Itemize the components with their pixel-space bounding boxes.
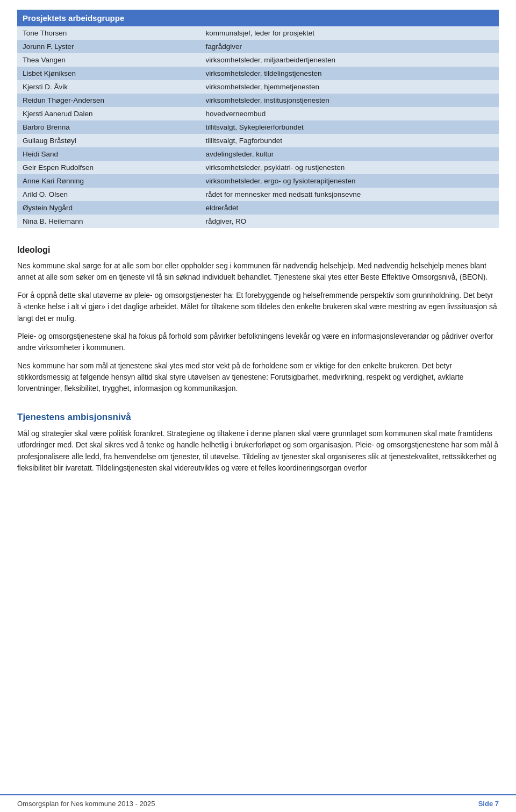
- table-row: Thea Vangenvirksomhetsleder, miljøarbeid…: [17, 53, 499, 67]
- table-row: Tone Thorsenkommunalsjef, leder for pros…: [17, 26, 499, 40]
- table-cell-role: tillitsvalgt, Fagforbundet: [200, 134, 499, 147]
- table-cell-name: Nina B. Heilemann: [17, 215, 200, 228]
- table-cell-name: Heidi Sand: [17, 147, 200, 161]
- table-cell-name: Øystein Nygård: [17, 201, 200, 215]
- ambisjonsniva-paragraphs: Mål og strategier skal være politisk for…: [17, 428, 499, 474]
- table-cell-name: Reidun Thøger-Andersen: [17, 94, 200, 107]
- table-row: Anne Kari Rønningvirksomhetsleder, ergo-…: [17, 174, 499, 188]
- table-cell-name: Lisbet Kjøniksen: [17, 67, 200, 80]
- table-row: Gullaug Bråstøyltillitsvalgt, Fagforbund…: [17, 134, 499, 147]
- ideologi-paragraph: Nes kommune skal sørge for at alle som b…: [17, 260, 499, 283]
- ideologi-heading: Ideologi: [17, 245, 499, 255]
- table-cell-role: virksomhetsleder, miljøarbeidertjenesten: [200, 53, 499, 67]
- table-cell-role: virksomhetsleder, institusjonstjenesten: [200, 94, 499, 107]
- table-row: Barbro Brennatillitsvalgt, Sykepleierfor…: [17, 120, 499, 134]
- table-row: Reidun Thøger-Andersenvirksomhetsleder, …: [17, 94, 499, 107]
- table-cell-name: Thea Vangen: [17, 53, 200, 67]
- ambisjonsniva-paragraph: Mål og strategier skal være politisk for…: [17, 428, 499, 474]
- table-header: Prosjektets arbeidsgruppe: [17, 10, 499, 26]
- table-cell-role: virksomhetsleder, tildelingstjenesten: [200, 67, 499, 80]
- table-row: Kjersti D. Åvikvirksomhetsleder, hjemmet…: [17, 80, 499, 94]
- ambisjonsniva-heading: Tjenestens ambisjonsnivå: [17, 412, 499, 423]
- table-cell-role: virksomhetsleder, ergo- og fysioterapitj…: [200, 174, 499, 188]
- table-row: Nina B. Heilemannrådgiver, RO: [17, 215, 499, 228]
- ideologi-paragraphs: Nes kommune skal sørge for at alle som b…: [17, 260, 499, 395]
- table-cell-name: Kjersti Aanerud Dalen: [17, 107, 200, 120]
- ideologi-paragraph: Pleie- og omsorgstjenestene skal ha foku…: [17, 331, 499, 354]
- table-cell-role: avdelingsleder, kultur: [200, 147, 499, 161]
- table-cell-name: Geir Espen Rudolfsen: [17, 161, 200, 174]
- footer-right-text: Side 7: [478, 800, 499, 808]
- table-cell-role: virksomhetsleder, hjemmetjenesten: [200, 80, 499, 94]
- table-cell-name: Kjersti D. Åvik: [17, 80, 200, 94]
- table-cell-role: eldrerådet: [200, 201, 499, 215]
- table-cell-role: hovedverneombud: [200, 107, 499, 120]
- ideologi-paragraph: For å oppnå dette skal utøverne av pleie…: [17, 290, 499, 324]
- table-cell-name: Gullaug Bråstøyl: [17, 134, 200, 147]
- table-cell-name: Tone Thorsen: [17, 26, 200, 40]
- table-cell-role: kommunalsjef, leder for prosjektet: [200, 26, 499, 40]
- table-cell-role: rådgiver, RO: [200, 215, 499, 228]
- footer-left-text: Omsorgsplan for Nes kommune 2013 - 2025: [17, 800, 155, 808]
- table-cell-role: virksomhetsleder, psykiatri- og rustjene…: [200, 161, 499, 174]
- table-row: Jorunn F. Lysterfagrådgiver: [17, 40, 499, 53]
- table-row: Kjersti Aanerud Dalenhovedverneombud: [17, 107, 499, 120]
- page-footer: Omsorgsplan for Nes kommune 2013 - 2025 …: [0, 794, 516, 812]
- table-cell-role: tillitsvalgt, Sykepleierforbundet: [200, 120, 499, 134]
- table-cell-role: rådet for mennesker med nedsatt funksjon…: [200, 188, 499, 201]
- ideologi-paragraph: Nes kommune har som mål at tjenestene sk…: [17, 360, 499, 395]
- table-row: Lisbet Kjøniksenvirksomhetsleder, tildel…: [17, 67, 499, 80]
- table-cell-role: fagrådgiver: [200, 40, 499, 53]
- table-cell-name: Barbro Brenna: [17, 120, 200, 134]
- work-group-table: Prosjektets arbeidsgruppe Tone Thorsenko…: [17, 10, 499, 228]
- table-row: Geir Espen Rudolfsenvirksomhetsleder, ps…: [17, 161, 499, 174]
- table-cell-name: Anne Kari Rønning: [17, 174, 200, 188]
- table-row: Øystein Nygårdeldrerådet: [17, 201, 499, 215]
- table-cell-name: Jorunn F. Lyster: [17, 40, 200, 53]
- table-row: Heidi Sandavdelingsleder, kultur: [17, 147, 499, 161]
- table-cell-name: Arild O. Olsen: [17, 188, 200, 201]
- table-row: Arild O. Olsenrådet for mennesker med ne…: [17, 188, 499, 201]
- page-wrapper: Prosjektets arbeidsgruppe Tone Thorsenko…: [0, 0, 516, 523]
